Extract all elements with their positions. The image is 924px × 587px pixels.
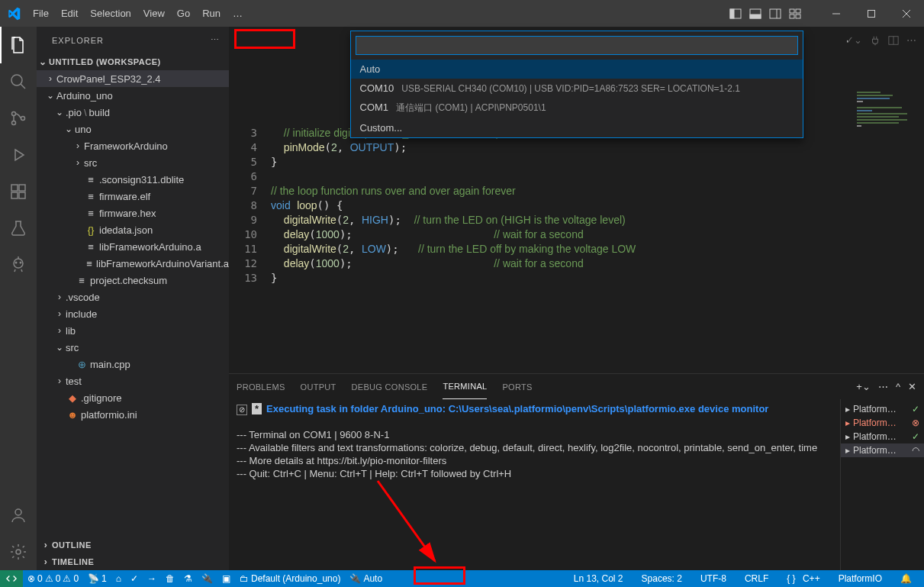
tab-ports[interactable]: PORTS	[502, 374, 532, 399]
status-language[interactable]: { } C++	[782, 570, 824, 587]
terminal-content[interactable]: ⊘*Executing task in folder Arduino_uno: …	[229, 399, 840, 570]
folder-vscode[interactable]: ›.vscode	[37, 289, 229, 305]
status-indent[interactable]: Spaces: 2	[637, 570, 687, 587]
activity-extensions[interactable]	[0, 173, 37, 210]
tab-debug-console[interactable]: DEBUG CONSOLE	[352, 374, 428, 399]
sidebar-more-icon[interactable]: ⋯	[211, 35, 220, 45]
qi-item-custom[interactable]: Custom...	[351, 118, 803, 137]
file-sconsign[interactable]: ≡.sconsign311.dblite	[37, 171, 229, 188]
pio-upload[interactable]: →	[143, 570, 161, 587]
svg-point-24	[14, 259, 23, 268]
menu-view[interactable]: View	[137, 0, 171, 27]
qi-item-com1[interactable]: COM1通信端口 (COM1) | ACPI\PNP0501\1	[351, 98, 803, 118]
quick-input-field[interactable]	[356, 36, 798, 55]
menu-more[interactable]: …	[227, 0, 249, 27]
menu-edit[interactable]: Edit	[55, 0, 84, 27]
qi-item-com10[interactable]: COM10USB-SERIAL CH340 (COM10) | USB VID:…	[351, 79, 803, 98]
file-idedata-json[interactable]: {}idedata.json	[37, 221, 229, 238]
file-firmware-hex[interactable]: ≡firmware.hex	[37, 205, 229, 221]
pio-port[interactable]: 🔌Auto	[345, 570, 387, 587]
workspace-root[interactable]: ⌄UNTITLED (WORKSPACE)	[37, 53, 229, 70]
task-icon: ▸	[845, 445, 850, 456]
remote-indicator[interactable]	[0, 570, 23, 587]
activity-bar	[0, 27, 37, 570]
pio-build[interactable]: ✓	[126, 570, 143, 587]
maximize-panel-icon[interactable]: ^	[896, 381, 900, 392]
outline-section[interactable]: ›OUTLINE	[37, 537, 229, 553]
layout-panel-right-icon[interactable]	[767, 5, 784, 22]
status-notifications[interactable]: 🔔	[896, 570, 916, 587]
menu-selection[interactable]: Selection	[84, 0, 137, 27]
layout-panel-left-icon[interactable]	[727, 5, 744, 22]
file-libfwv[interactable]: ≡libFrameworkArduinoVariant.a	[37, 255, 229, 272]
file-main-cpp[interactable]: ⊕main.cpp	[37, 356, 229, 373]
status-problems[interactable]: ⊗0⚠0⚠0	[23, 570, 83, 587]
menu-file[interactable]: File	[27, 0, 55, 27]
folder-test[interactable]: ›test	[37, 373, 229, 389]
new-terminal-icon[interactable]: +⌄	[856, 381, 871, 392]
file-project-checksum[interactable]: ≡project.checksum	[37, 272, 229, 289]
sidebar-header: EXPLORER ⋯	[37, 27, 229, 53]
timeline-section[interactable]: ›TIMELINE	[37, 553, 229, 570]
activity-platformio[interactable]	[0, 247, 37, 283]
folder-build-src[interactable]: ›src	[37, 154, 229, 171]
pio-clean[interactable]: 🗑	[161, 570, 179, 587]
folder-uno[interactable]: ⌄uno	[37, 121, 229, 137]
tab-terminal[interactable]: TERMINAL	[443, 374, 487, 399]
terminal-item[interactable]: ▸Platform…⊗	[841, 416, 924, 430]
maximize-button[interactable]	[854, 0, 889, 27]
menu-run[interactable]: Run	[196, 0, 227, 27]
close-panel-icon[interactable]: ✕	[908, 381, 916, 392]
file-icon: ≡	[75, 275, 89, 286]
folder-lib[interactable]: ›lib	[37, 322, 229, 339]
pio-env[interactable]: 🗀Default (Arduino_uno)	[235, 570, 345, 587]
svg-rect-6	[790, 9, 794, 13]
quick-input: Auto COM10USB-SERIAL CH340 (COM10) | USB…	[350, 31, 803, 138]
vscode-logo	[0, 0, 27, 27]
minimize-button[interactable]	[819, 0, 854, 27]
terminal-item[interactable]: ▸Platform…◠	[841, 443, 924, 457]
terminal-item[interactable]: ▸Platform…✓	[841, 430, 924, 443]
svg-point-16	[12, 112, 16, 116]
activity-explorer[interactable]	[0, 27, 37, 63]
activity-settings[interactable]	[0, 534, 37, 570]
terminal-item[interactable]: ▸Platform…✓	[841, 402, 924, 416]
activity-account[interactable]	[0, 497, 37, 534]
pio-test[interactable]: ⚗	[179, 570, 197, 587]
status-encoding[interactable]: UTF-8	[696, 570, 731, 587]
pio-terminal[interactable]: ▣	[217, 570, 235, 587]
file-libfw[interactable]: ≡libFrameworkArduino.a	[37, 238, 229, 255]
close-button[interactable]	[889, 0, 924, 27]
status-eol[interactable]: CRLF	[740, 570, 773, 587]
folder-arduino-uno[interactable]: ⌄Arduino_uno	[37, 87, 229, 104]
svg-rect-9	[796, 15, 800, 18]
folder-src[interactable]: ⌄src	[37, 339, 229, 356]
layout-panel-bottom-icon[interactable]	[747, 5, 764, 22]
terminal-more-icon[interactable]: ⋯	[878, 381, 888, 392]
file-firmware-elf[interactable]: ≡firmware.elf	[37, 188, 229, 205]
pio-home[interactable]: ⌂	[111, 570, 126, 587]
kill-task-icon[interactable]: ⊘	[237, 405, 247, 415]
status-cursor[interactable]: Ln 13, Col 2	[569, 570, 628, 587]
activity-debug[interactable]	[0, 137, 37, 173]
svg-point-18	[21, 117, 25, 121]
folder-framework[interactable]: ›FrameworkArduino	[37, 137, 229, 154]
activity-test[interactable]	[0, 210, 37, 247]
qi-item-auto[interactable]: Auto	[351, 60, 803, 79]
folder-pio[interactable]: ⌄.pio\build	[37, 104, 229, 121]
tab-problems[interactable]: PROBLEMS	[237, 374, 285, 399]
pio-monitor[interactable]: 🔌	[197, 570, 217, 587]
layout-customize-icon[interactable]	[787, 5, 803, 22]
tab-output[interactable]: OUTPUT	[301, 374, 336, 399]
status-platformio[interactable]: PlatformIO	[834, 570, 887, 587]
activity-search[interactable]	[0, 63, 37, 100]
folder-crowpanel[interactable]: ›CrowPanel_ESP32_2.4	[37, 70, 229, 87]
status-ports[interactable]: 📡1	[83, 570, 111, 587]
activity-scm[interactable]	[0, 100, 37, 137]
file-platformio-ini[interactable]: ☻platformio.ini	[37, 406, 229, 423]
minimap[interactable]	[848, 27, 924, 373]
menu-go[interactable]: Go	[171, 0, 196, 27]
file-gitignore[interactable]: ◆.gitignore	[37, 389, 229, 406]
task-icon: ▸	[845, 431, 850, 442]
folder-include[interactable]: ›include	[37, 305, 229, 322]
